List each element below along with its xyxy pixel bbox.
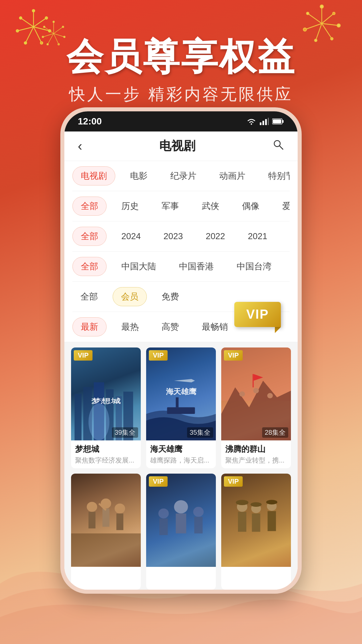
- filter-member-free[interactable]: 免费: [154, 287, 187, 306]
- svg-point-71: [87, 502, 97, 512]
- vip-float-badge: VIP: [234, 302, 281, 333]
- filter-tag-doc[interactable]: 纪录片: [162, 167, 204, 185]
- content-card-4[interactable]: [71, 474, 141, 589]
- search-button[interactable]: [272, 139, 284, 154]
- main-title: 会员尊享权益: [66, 36, 296, 77]
- filter-year-all[interactable]: 全部: [72, 227, 107, 246]
- svg-point-80: [174, 500, 188, 514]
- svg-point-82: [158, 508, 169, 519]
- filter-sort-bestsell[interactable]: 最畅销: [194, 318, 236, 336]
- svg-rect-83: [160, 519, 168, 535]
- filter-tag-tv[interactable]: 电视剧: [72, 166, 115, 185]
- svg-rect-49: [273, 119, 281, 123]
- svg-rect-88: [238, 512, 246, 532]
- filter-tag-movie[interactable]: 电影: [122, 167, 156, 185]
- content-card-5[interactable]: VIP: [146, 474, 216, 589]
- card-title-5: [150, 570, 212, 578]
- svg-rect-68: [253, 374, 254, 387]
- filter-genre-military[interactable]: 军事: [154, 197, 187, 215]
- sub-title: 快人一步 精彩内容无限供应: [69, 84, 293, 105]
- phone-screen: 12:00: [64, 111, 298, 590]
- nav-bar: ‹ 电视剧: [64, 131, 298, 161]
- card-desc-4: [75, 580, 137, 586]
- card-desc-6: [225, 580, 287, 586]
- content-card-6[interactable]: VIP: [221, 474, 291, 589]
- card-thumb-6: VIP: [221, 474, 291, 567]
- card-episodes-1: 39集全: [112, 427, 138, 438]
- svg-rect-61: [167, 407, 195, 414]
- content-grid: 梦想城 VIP 39集全 梦想城 聚焦数字经济发展...: [64, 342, 298, 590]
- card-title-2: 海天雄鹰: [150, 444, 212, 454]
- svg-rect-44: [262, 121, 264, 125]
- svg-rect-62: [176, 397, 178, 408]
- card-info-2: 海天雄鹰 雄鹰探路，海天启...: [146, 440, 216, 468]
- card-info-3: 沸腾的群山 聚焦产业转型，携...: [221, 440, 291, 468]
- filter-region-tw[interactable]: 中国台湾: [229, 257, 280, 276]
- filter-tag-anime[interactable]: 动画片: [211, 167, 253, 185]
- back-button[interactable]: ‹: [78, 139, 82, 154]
- svg-point-89: [236, 500, 248, 505]
- filter-member-all[interactable]: 全部: [72, 287, 106, 306]
- card-title-3: 沸腾的群山: [225, 444, 287, 454]
- svg-text:梦想城: 梦想城: [91, 397, 121, 405]
- filter-year-more[interactable]: 20...: [282, 228, 290, 245]
- svg-rect-74: [103, 508, 110, 527]
- filter-genre-romance[interactable]: 爱情: [274, 197, 290, 215]
- svg-rect-78: [71, 534, 141, 567]
- card-info-1: 梦想城 聚焦数字经济发展...: [71, 440, 141, 468]
- app-content: ‹ 电视剧 电视剧 电影 纪录片 动画片 特别节目: [64, 131, 298, 590]
- filter-sort-hot[interactable]: 最热: [113, 318, 147, 336]
- battery-icon: [272, 118, 284, 125]
- svg-rect-43: [260, 122, 261, 125]
- filter-year-2024[interactable]: 2024: [113, 228, 149, 245]
- phone-frame: 12:00: [60, 107, 302, 594]
- card-thumb-2: 海天雄鹰 VIP 35集全: [146, 347, 216, 440]
- filter-year-2021[interactable]: 2021: [240, 228, 276, 245]
- svg-point-42: [251, 123, 252, 125]
- card-desc-3: 聚焦产业转型，携...: [225, 456, 287, 465]
- svg-point-95: [266, 500, 277, 505]
- content-card-3[interactable]: VIP 28集全 沸腾的群山 聚焦产业转型，携...: [221, 347, 291, 468]
- nav-title: 电视剧: [159, 138, 195, 154]
- svg-point-66: [253, 388, 259, 393]
- svg-point-58: [88, 403, 109, 440]
- filter-genre-idol[interactable]: 偶像: [234, 197, 267, 215]
- filter-genre-wuxia[interactable]: 武侠: [194, 197, 227, 215]
- svg-rect-91: [252, 514, 260, 532]
- filter-sort-likes[interactable]: 高赞: [154, 318, 187, 336]
- svg-rect-48: [282, 120, 284, 123]
- svg-point-84: [193, 507, 203, 517]
- filter-year-2022[interactable]: 2022: [198, 228, 233, 245]
- card-thumb-5: VIP: [146, 474, 216, 567]
- card-title-1: 梦想城: [75, 444, 137, 454]
- vip-badge-fold: [275, 327, 281, 333]
- card-vip-6: VIP: [224, 476, 243, 487]
- status-bar: 12:00: [64, 111, 298, 131]
- svg-point-65: [239, 391, 245, 397]
- filter-row-year: 全部 2024 2023 2022 2021 20...: [72, 221, 290, 252]
- svg-rect-46: [268, 118, 269, 125]
- svg-rect-72: [88, 512, 96, 529]
- filter-region-mainland[interactable]: 中国大陆: [113, 257, 164, 276]
- svg-rect-81: [176, 514, 186, 533]
- filter-row-region: 全部 中国大陆 中国香港 中国台湾: [72, 252, 290, 282]
- filter-year-2023[interactable]: 2023: [156, 228, 191, 245]
- filter-genre-history[interactable]: 历史: [113, 197, 147, 215]
- filter-sort-newest[interactable]: 最新: [72, 317, 107, 336]
- filter-tag-special[interactable]: 特别节目: [260, 167, 290, 185]
- card-episodes-2: 35集全: [187, 427, 213, 438]
- vip-badge-label: VIP: [234, 302, 281, 327]
- filter-member-vip[interactable]: 会员: [113, 287, 147, 306]
- svg-line-51: [280, 146, 283, 149]
- card-thumb-3: VIP 28集全: [221, 347, 291, 440]
- filter-region-all[interactable]: 全部: [72, 257, 107, 276]
- card-desc-5: [150, 580, 212, 586]
- content-card-2[interactable]: 海天雄鹰 VIP 35集全 海天雄鹰 雄鹰探路，海天启...: [146, 347, 216, 468]
- card-desc-1: 聚焦数字经济发展...: [75, 456, 137, 465]
- filter-region-hk[interactable]: 中国香港: [171, 257, 222, 276]
- svg-point-75: [115, 503, 125, 514]
- card-desc-2: 雄鹰探路，海天启...: [150, 456, 212, 465]
- content-card-1[interactable]: 梦想城 VIP 39集全 梦想城 聚焦数字经济发展...: [71, 347, 141, 468]
- svg-rect-76: [116, 514, 123, 530]
- filter-genre-all[interactable]: 全部: [72, 197, 107, 216]
